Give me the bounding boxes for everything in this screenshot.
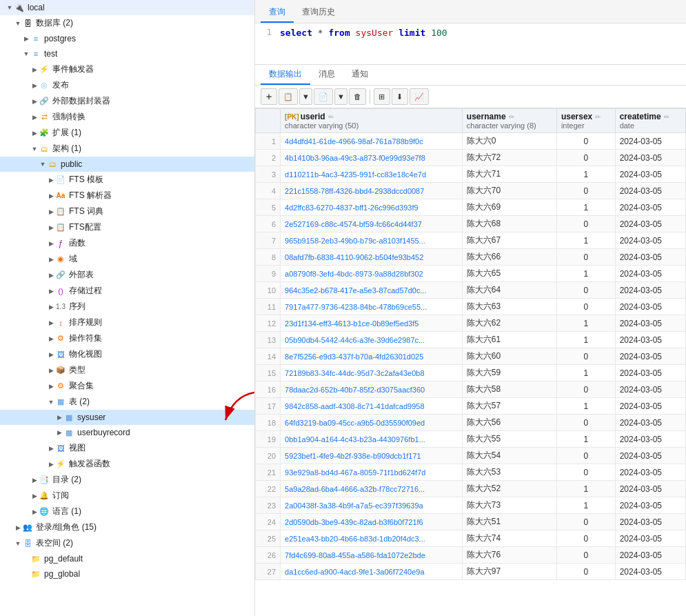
table-row[interactable]: 5 4d2ffc83-6270-4837-bff1-26c996d393f9 陈… [256,199,686,216]
sidebar-item-roles[interactable]: ▶ 👥 登录/组角色 (15) [0,519,254,535]
table-row[interactable]: 11 7917a477-9736-4238-84bc-478b69ce55...… [256,299,686,315]
table-row[interactable]: 6 2e527169-c88c-4574-bf59-fc66c4d44f37 陈… [256,216,686,232]
sidebar-item-tables[interactable]: ▼ ▦ 表 (2) [0,394,254,410]
table-row[interactable]: 23 2a00438f-3a38-4b9f-a7a5-ec397f39639a … [256,497,686,514]
table-row[interactable]: 7 965b9158-2eb3-49b0-b79c-a8103f1455... … [256,232,686,249]
copy-button[interactable]: 📋 [279,88,298,105]
table-row[interactable]: 21 93e929a8-bd4d-467a-8059-71f1bd624f7d … [256,464,686,481]
sidebar-item-fts-parser[interactable]: ▶ Aa FTS 解析器 [0,188,254,203]
sidebar-item-pg-default[interactable]: 📁 pg_default [0,551,254,566]
table-row[interactable]: 2 4b1410b3-96aa-49c3-a873-f0e99d93e7f8 陈… [256,150,686,166]
sidebar-item-subscriptions[interactable]: ▶ 🔔 订阅 [0,488,254,504]
sidebar-item-pg-global[interactable]: 📁 pg_global [0,566,254,582]
table-row[interactable]: 20 5923bef1-4fe9-4b2f-938e-b909dcb1f171 … [256,448,686,464]
sidebar-item-public[interactable]: ▼ 🗂 public [0,157,254,172]
sidebar-item-mat-views[interactable]: ▶ 🖼 物化视图 [0,346,254,362]
sidebar-item-procedures[interactable]: ▶ () 存储过程 [0,283,254,299]
table-row[interactable]: 18 64fd3219-ba09-45cc-a9b5-0d35590f09ed … [256,415,686,431]
sidebar-item-collations[interactable]: ▶ ↕ 排序规则 [0,315,254,330]
sidebar-item-event-trigger[interactable]: ▶ ⚡ 事件触发器 [0,61,254,77]
sidebar-item-userbuyrecord[interactable]: ▶ ▦ userbuyrecord [0,425,254,440]
edit-icon-username[interactable]: ✏ [509,113,514,121]
delete-button[interactable]: 🗑 [349,88,366,105]
add-row-button[interactable]: + [261,88,277,105]
sidebar-item-types[interactable]: ▶ 📦 类型 [0,362,254,378]
table-row[interactable]: 12 23d1f134-eff3-4613-b1ce-0b89ef5ed3f5 … [256,315,686,332]
sidebar-item-schemas[interactable]: ▼ 🗂 架构 (1) [0,141,254,157]
sidebar-item-views[interactable]: ▶ 🖼 视图 [0,440,254,456]
userid-cell: 5a9a28ad-6ba4-4666-a32b-f78cc72716... [281,481,463,497]
table-row[interactable]: 16 78daac2d-652b-40b7-85f2-d3075aacf360 … [256,381,686,398]
copy-dropdown-button[interactable]: ▼ [299,88,312,105]
table-row[interactable]: 10 964c35e2-b678-417e-a5e3-87cad57d0c...… [256,282,686,299]
edit-icon-usersex[interactable]: ✏ [595,113,601,121]
result-tab-notifications[interactable]: 通知 [343,65,376,85]
col-header-usersex[interactable]: usersex✏ integer [556,109,615,133]
sidebar-item-test[interactable]: ▼ ≡ test [0,46,254,61]
table-row[interactable]: 9 a08790f8-3efd-4bdc-8973-9a88d28bf302 陈… [256,266,686,282]
sidebar-item-postgres[interactable]: ▶ ≡ postgres [0,31,254,46]
usersex-cell: 1 [556,365,615,381]
table-row[interactable]: 3 d110211b-4ac3-4235-991f-cc83e18c4e7d 陈… [256,166,686,183]
sidebar-item-foreign-tables[interactable]: ▶ 🔗 外部表 [0,267,254,283]
sidebar-item-tablespaces[interactable]: ▼ 🗄 表空间 (2) [0,535,254,551]
edit-icon-createtime[interactable]: ✏ [664,113,669,121]
sidebar-item-fts-config[interactable]: ▶ 📋 FTS配置 [0,219,254,235]
tab-query-history[interactable]: 查询历史 [294,3,343,23]
table-row[interactable]: 4 221c1558-78ff-4326-bbd4-2938dccd0087 陈… [256,183,686,199]
userid-cell: 9842c858-aadf-4308-8c71-41dafcad9958 [281,398,463,415]
paste-button[interactable]: 📄 [314,88,333,105]
col-header-userid[interactable]: [PK]userid✏ character varying (50) [281,109,463,133]
chart-button[interactable]: 📈 [410,88,429,105]
sidebar-item-extensions[interactable]: ▶ 🧩 扩展 (1) [0,125,254,141]
sidebar-item-fts-template[interactable]: ▶ 📄 FTS 模板 [0,172,254,188]
username-cell: 陈大六58 [462,381,556,398]
table-row[interactable]: 8 08afd7fb-6838-4110-9062-b504fe93b452 陈… [256,249,686,266]
table-row[interactable]: 13 05b90db4-5442-44c6-a3fe-39d6e2987c...… [256,332,686,348]
table-row[interactable]: 14 8e7f5256-e9d3-437f-b70a-4fd26301d025 … [256,348,686,365]
sidebar-item-languages[interactable]: ▶ 🌐 语言 (1) [0,504,254,519]
sidebar-label: FTS配置 [69,221,101,233]
usersex-cell: 0 [556,464,615,481]
col-header-createtime[interactable]: createtime✏ date [615,109,685,133]
createtime-cell: 2024-03-05 [615,365,685,381]
sidebar-item-catalogs[interactable]: ▶ 📑 目录 (2) [0,472,254,488]
sidebar-item-functions[interactable]: ▶ ƒ 函数 [0,235,254,251]
sidebar-item-domains[interactable]: ▶ ◉ 域 [0,251,254,267]
table-row[interactable]: 27 da1cc6ed-a900-4acd-9fe1-3a06f7240e9a … [256,564,686,580]
sidebar-label: 视图 [69,442,85,454]
table-row[interactable]: 17 9842c858-aadf-4308-8c71-41dafcad9958 … [256,398,686,415]
grid-button[interactable]: ⊞ [374,88,390,105]
sidebar-item-fdw[interactable]: ▶ 🔗 外部数据封装器 [0,93,254,109]
table-row[interactable]: 26 7fd4c699-80a8-455a-a586-fda1072e2bde … [256,547,686,564]
sql-line-1: 1 select * from sysUser limit 100 [261,28,680,38]
table-row[interactable]: 1 4d4dfd41-61de-4966-98af-761a788b9f0c 陈… [256,133,686,150]
col-header-username[interactable]: username✏ character varying (8) [462,109,556,133]
table-row[interactable]: 25 e251ea43-bb20-4b66-b83d-1db20f4dc3...… [256,530,686,547]
sidebar-item-aggregates[interactable]: ▶ ⚙ 聚合集 [0,378,254,394]
download-button[interactable]: ⬇ [392,88,408,105]
createtime-cell: 2024-03-05 [615,183,685,199]
sidebar-item-cast[interactable]: ▶ ⇄ 强制转换 [0,109,254,125]
sidebar-item-databases[interactable]: ▼ 🗄 数据库 (2) [0,15,254,31]
table-row[interactable]: 19 0bb1a904-a164-4c43-b23a-4430976fb1...… [256,431,686,448]
table-row[interactable]: 22 5a9a28ad-6ba4-4666-a32b-f78cc72716...… [256,481,686,497]
sidebar-item-sysuser[interactable]: ▶ ▦ sysuser [0,410,254,425]
sidebar-item-trigger-funcs[interactable]: ▶ ⚡ 触发器函数 [0,456,254,472]
sidebar-item-fts-dict[interactable]: ▶ 📋 FTS 词典 [0,203,254,219]
data-table: [PK]userid✏ character varying (50) usern… [255,108,686,580]
sidebar-item-local[interactable]: ▼ 🔌 local [0,0,254,15]
sidebar-item-sequences[interactable]: ▶ 1.3 序列 [0,299,254,315]
sql-editor[interactable]: 1 select * from sysUser limit 100 [255,23,686,65]
userid-cell: 2a00438f-3a38-4b9f-a7a5-ec397f39639a [281,497,463,514]
sidebar-item-publish[interactable]: ▶ ◎ 发布 [0,77,254,93]
tab-query[interactable]: 查询 [261,3,294,23]
edit-icon-userid[interactable]: ✏ [328,113,334,121]
result-tab-data-output[interactable]: 数据输出 [261,65,310,85]
table-row[interactable]: 15 72189b83-34fc-44dc-95d7-3c2afa43e0b8 … [256,365,686,381]
result-tab-messages[interactable]: 消息 [310,65,343,85]
paste-dropdown-button[interactable]: ▼ [334,88,347,105]
catalogs-icon: 📑 [39,475,50,486]
table-row[interactable]: 24 2d0590db-3be9-439c-82ad-b3f6b0f721f6 … [256,514,686,530]
sidebar-item-operators[interactable]: ▶ ⚙ 操作符集 [0,330,254,346]
